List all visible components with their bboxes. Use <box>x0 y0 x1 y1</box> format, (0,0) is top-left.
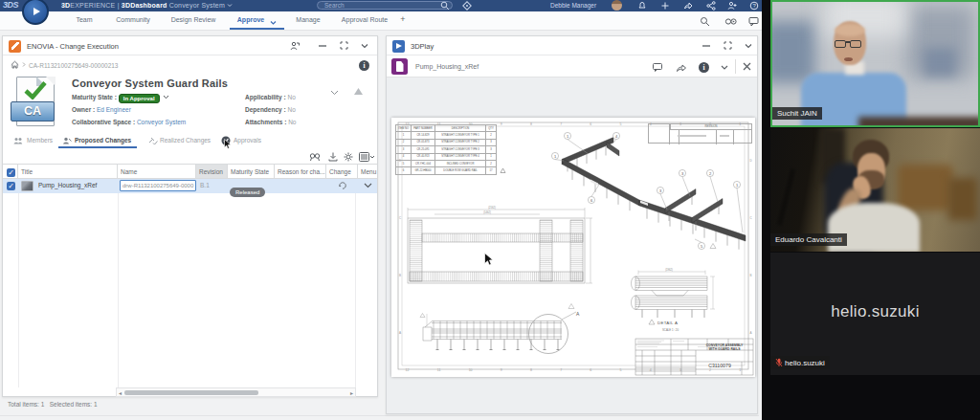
user-name[interactable]: Debbie Manager <box>550 2 596 9</box>
screen: 3DS 3DEXPERIENCE | 3DDashboard Conveyor … <box>0 0 980 420</box>
add-icon[interactable] <box>660 1 670 11</box>
video-tile-eduardo[interactable]: Eduardo Cavalcanti <box>770 128 980 252</box>
col-name[interactable]: Name <box>118 164 196 179</box>
share-member-icon[interactable] <box>290 41 300 51</box>
row-menu-icon[interactable] <box>364 183 372 188</box>
notifications-icon[interactable] <box>637 1 647 11</box>
col-reason[interactable]: Reason for cha... <box>275 164 326 179</box>
chevron-down-icon[interactable] <box>227 3 233 8</box>
zone-numbers-bottom: 121110987654321 <box>391 368 755 372</box>
col-maturity[interactable]: Maturity State <box>228 164 275 179</box>
svg-text:D: D <box>750 159 753 163</box>
zone-numbers-top: 121110987654321 <box>391 122 755 126</box>
scrollbar-thumb[interactable] <box>124 390 258 395</box>
tab-manage[interactable]: Manage <box>296 16 320 23</box>
scroll-left-arrow[interactable]: ◂ <box>119 389 122 396</box>
parts-table: ITEM NO PART NUMBER DESCRIPTION QTY 1CR-… <box>395 124 497 175</box>
drawing-title: CONVEYOR ASSEMBLYWITH GUARD RAILS <box>698 344 751 352</box>
network-share-icon[interactable] <box>706 1 716 11</box>
info-icon[interactable]: i <box>699 62 709 73</box>
cspace-field: Collaborative Space : Conveyor System <box>72 119 186 125</box>
3dplay-window: 3DPlay Pump_Housing_xRef i <box>386 35 758 414</box>
tab-realized-changes[interactable]: Realized Changes <box>160 137 211 144</box>
check-icon <box>23 80 48 99</box>
find-icon[interactable] <box>309 152 321 162</box>
change-cycle-icon[interactable] <box>338 181 347 190</box>
mouse-cursor <box>484 253 494 266</box>
col-menu[interactable]: Menu <box>358 164 377 179</box>
attachments-field: Attachments : No <box>245 119 296 125</box>
collapse-panel-icon[interactable] <box>353 87 364 96</box>
tab-approval-route[interactable]: Approval Route <box>342 16 388 23</box>
select-all-checkbox[interactable]: ✓ <box>7 168 15 177</box>
collapse-window-icon[interactable] <box>745 43 752 49</box>
3dplay-canvas[interactable]: 1 4 1 6 3 3 2 1 5 <box>387 77 757 413</box>
svg-text:(2162): (2162) <box>488 206 496 210</box>
owner-field: Owner : Ed Engineer <box>72 106 131 113</box>
media-icon[interactable] <box>724 16 738 27</box>
home-icon[interactable] <box>11 60 19 69</box>
chevron-down-icon[interactable] <box>721 65 728 71</box>
svg-text:SCALE 1 : 20: SCALE 1 : 20 <box>662 328 679 332</box>
maximize-icon[interactable] <box>340 41 348 50</box>
row-checkbox[interactable]: ✓ <box>7 182 15 190</box>
close-icon[interactable] <box>743 62 751 71</box>
3dplay-window-title: 3DPlay <box>411 42 434 51</box>
scroll-right-arrow[interactable]: ▸ <box>350 389 353 396</box>
row-maturity-badge: Released <box>230 181 265 198</box>
zoom-search-icon[interactable] <box>700 16 710 27</box>
tab-team[interactable]: Team <box>76 16 92 23</box>
col-change[interactable]: Change <box>326 164 358 179</box>
video-tile-helio[interactable]: helio.suzuki helio.suzuki <box>770 253 980 375</box>
avatar[interactable] <box>612 0 622 11</box>
chat-icon[interactable] <box>748 16 759 27</box>
collapse-window-icon[interactable] <box>361 43 368 49</box>
cspace-link[interactable]: Conveyor System <box>137 119 186 125</box>
tab-proposed-changes[interactable]: Proposed Changes <box>75 137 131 144</box>
svg-text:(1962): (1962) <box>665 268 673 272</box>
share-icon[interactable] <box>683 1 693 11</box>
chevron-down-icon[interactable] <box>163 95 169 99</box>
col-revision[interactable]: Revision <box>196 164 228 179</box>
tab-design-review[interactable]: Design Review <box>171 16 216 23</box>
tab-approve[interactable]: Approve <box>237 16 264 23</box>
row-name-input[interactable]: drw-R1132100275649-0000 <box>120 180 196 191</box>
search-input[interactable]: Search <box>317 1 453 10</box>
row-title[interactable]: Pump_Housing_xRef <box>35 179 118 193</box>
chevron-down-icon[interactable] <box>270 20 277 26</box>
comment-icon[interactable] <box>653 63 662 72</box>
grid-line <box>18 193 19 387</box>
expand-details-icon[interactable] <box>330 90 339 96</box>
maximize-icon[interactable] <box>724 41 732 50</box>
share-icon[interactable] <box>677 63 686 72</box>
3dplay-tab-row: Pump_Housing_xRef i <box>387 55 757 77</box>
row-revision: B.1 <box>197 179 226 193</box>
search-icon[interactable] <box>440 1 450 11</box>
add-tab-button[interactable]: + <box>400 14 405 24</box>
col-title[interactable]: Title <box>18 164 118 179</box>
owner-link[interactable]: Ed Engineer <box>97 106 131 113</box>
add-user-icon[interactable] <box>727 1 737 11</box>
minimize-icon[interactable] <box>702 45 710 47</box>
view-menu-icon[interactable] <box>359 152 374 162</box>
info-icon[interactable]: i <box>359 60 369 71</box>
video-tile-suchit[interactable]: Suchit JAIN <box>770 0 980 127</box>
svg-text:(1462): (1462) <box>483 210 491 214</box>
horizontal-scrollbar[interactable]: ◂ ▸ <box>116 387 356 397</box>
tab-community[interactable]: Community <box>116 16 149 23</box>
3dplay-tab-title[interactable]: Pump_Housing_xRef <box>415 63 479 70</box>
breadcrumb[interactable]: CA-R1132100275649-00000213 <box>29 62 119 69</box>
status-bar: Total items: 1 Selected items: 1 <box>8 401 98 408</box>
status-badge[interactable]: In Approval <box>119 94 160 103</box>
row-thumbnail <box>21 181 33 191</box>
svg-text:?: ? <box>753 3 757 9</box>
export-icon[interactable] <box>328 152 338 162</box>
tab-members[interactable]: Members <box>27 137 53 144</box>
svg-text:B: B <box>399 274 401 277</box>
gear-icon[interactable] <box>344 152 353 162</box>
tab-approvals[interactable]: Approvals <box>234 137 261 144</box>
compass-icon[interactable] <box>462 1 472 11</box>
minimize-icon[interactable] <box>319 45 326 47</box>
help-icon[interactable]: ? <box>749 1 759 11</box>
warning-icon <box>500 167 506 173</box>
